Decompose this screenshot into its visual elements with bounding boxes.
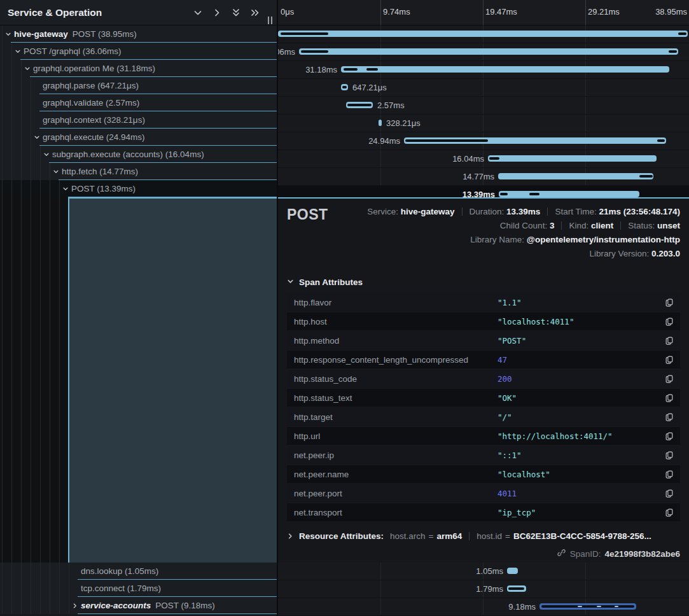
span-tree-row[interactable]: dns.lookup (1.05ms) bbox=[0, 563, 277, 580]
span-bar[interactable] bbox=[278, 31, 688, 37]
chevron-down-icon[interactable] bbox=[34, 129, 40, 146]
timeline-row[interactable]: 1.05ms bbox=[278, 563, 689, 580]
copy-icon[interactable] bbox=[658, 355, 680, 364]
chevron-down-icon[interactable] bbox=[193, 8, 203, 18]
copy-icon[interactable] bbox=[658, 374, 680, 383]
copy-icon[interactable] bbox=[658, 393, 680, 402]
overview-value: @opentelemetry/instrumentation-http bbox=[527, 235, 680, 244]
span-bar[interactable] bbox=[507, 585, 526, 592]
indent-guide bbox=[21, 111, 22, 129]
sub-span-mark bbox=[500, 193, 508, 195]
timeline-row[interactable]: 16.04ms bbox=[278, 150, 689, 168]
span-label: http.fetch (14.77ms) bbox=[62, 163, 138, 180]
copy-icon[interactable] bbox=[658, 489, 680, 498]
span-tree-row[interactable]: graphql.operation Me (31.18ms) bbox=[0, 60, 277, 77]
span-bar[interactable] bbox=[507, 568, 518, 574]
timeline-row[interactable]: 647.21μs bbox=[278, 79, 689, 97]
span-bar[interactable] bbox=[498, 173, 653, 179]
attribute-key: net.transport bbox=[287, 508, 498, 517]
attribute-row: net.peer.name"localhost" bbox=[287, 465, 680, 483]
chevron-down-icon[interactable] bbox=[5, 25, 11, 43]
double-chevron-down-icon[interactable] bbox=[231, 8, 241, 18]
span-tree-row[interactable]: POST (13.39ms) bbox=[0, 180, 277, 197]
timeline-rows-bottom: 1.05ms1.79ms9.18ms bbox=[278, 563, 689, 616]
indent-guide bbox=[2, 163, 3, 180]
divider bbox=[469, 532, 470, 540]
sub-span-mark bbox=[342, 86, 347, 88]
chevron-down-icon[interactable] bbox=[24, 60, 31, 77]
sub-span-mark bbox=[366, 68, 378, 71]
timeline-row[interactable]: 36.06ms bbox=[278, 43, 689, 61]
span-tree-row[interactable]: subgraph.execute (accounts) (16.04ms) bbox=[0, 146, 277, 163]
chevron-down-icon[interactable] bbox=[43, 146, 50, 163]
sub-span-mark bbox=[541, 605, 634, 608]
duration-label: 9.18ms bbox=[508, 598, 536, 615]
indent-guide bbox=[31, 563, 31, 580]
indent-guide bbox=[31, 129, 31, 146]
indent-guide bbox=[21, 180, 22, 197]
detail-overview: Service: hive-gatewayDuration: 13.39msSt… bbox=[354, 205, 680, 261]
span-bar[interactable] bbox=[379, 120, 382, 126]
chevron-down-icon[interactable] bbox=[62, 180, 69, 197]
span-attributes-header[interactable]: Span Attributes bbox=[287, 277, 680, 287]
span-bar[interactable] bbox=[488, 155, 657, 162]
span-tree-row[interactable]: graphql.context (328.21μs) bbox=[0, 111, 277, 129]
sub-span-mark bbox=[597, 606, 601, 607]
span-tree-row[interactable]: graphql.parse (647.21μs) bbox=[0, 77, 277, 94]
ruler-tick-label: 9.74ms bbox=[383, 0, 410, 24]
span-tree-row[interactable]: hive-gatewayPOST (38.95ms) bbox=[0, 25, 277, 43]
copy-icon[interactable] bbox=[658, 336, 680, 345]
span-tree-row[interactable]: graphql.validate (2.57ms) bbox=[0, 94, 277, 111]
span-attributes-table: http.flavor"1.1"http.host"localhost:4011… bbox=[287, 293, 680, 521]
timeline-row[interactable]: 14.77ms bbox=[278, 168, 689, 186]
span-bar[interactable] bbox=[404, 137, 666, 144]
copy-icon[interactable] bbox=[658, 508, 680, 517]
copy-icon[interactable] bbox=[658, 470, 680, 479]
span-bar[interactable] bbox=[341, 84, 348, 90]
panel-resize-grip[interactable] bbox=[268, 17, 272, 24]
indent-guide bbox=[21, 129, 22, 146]
overview-label: Kind: bbox=[569, 221, 591, 230]
copy-icon[interactable] bbox=[658, 412, 680, 421]
indent-guide bbox=[31, 597, 31, 614]
span-tree-row[interactable]: tcp.connect (1.79ms) bbox=[0, 580, 277, 597]
timeline-row[interactable]: 9.18ms bbox=[278, 598, 689, 616]
indent-guide bbox=[2, 180, 3, 197]
chevron-right-icon[interactable] bbox=[212, 8, 222, 18]
timeline-row[interactable] bbox=[278, 25, 689, 43]
span-tree-row[interactable]: service-accountsPOST (9.18ms) bbox=[0, 597, 277, 614]
span-bar[interactable] bbox=[346, 102, 373, 108]
chevron-down-icon[interactable] bbox=[15, 43, 21, 60]
copy-icon[interactable] bbox=[658, 451, 680, 459]
attribute-row: net.peer.port4011 bbox=[287, 484, 680, 502]
timeline-row[interactable]: 31.18ms bbox=[278, 61, 689, 79]
overview-value: 0.203.0 bbox=[651, 249, 680, 258]
span-bar[interactable] bbox=[341, 66, 669, 73]
span-bar[interactable] bbox=[299, 48, 678, 55]
span-tree-row[interactable]: http.fetch (14.77ms) bbox=[0, 163, 277, 180]
timeline-row[interactable]: 328.21μs bbox=[278, 115, 689, 132]
span-tree-row[interactable]: graphql.execute (24.94ms) bbox=[0, 129, 277, 146]
resource-attributes-row[interactable]: Resource Attributes: host.arch=arm64host… bbox=[278, 531, 689, 541]
indent-guide bbox=[50, 180, 50, 197]
overview-label: Library Version: bbox=[589, 249, 651, 258]
timeline-row[interactable]: 24.94ms bbox=[278, 132, 689, 150]
indent-guide bbox=[21, 60, 22, 77]
span-tree-bottom: dns.lookup (1.05ms)tcp.connect (1.79ms)s… bbox=[0, 563, 277, 614]
span-tree-row[interactable]: POST /graphql (36.06ms) bbox=[0, 43, 277, 60]
copy-icon[interactable] bbox=[658, 317, 680, 326]
span-bar[interactable] bbox=[539, 603, 636, 610]
chevron-right-icon[interactable] bbox=[72, 597, 78, 614]
timeline-row[interactable]: 1.79ms bbox=[278, 580, 689, 598]
timeline-row[interactable]: 2.57ms bbox=[278, 97, 689, 115]
copy-icon[interactable] bbox=[658, 431, 680, 440]
copy-icon[interactable] bbox=[658, 298, 680, 307]
operation-name: http.fetch (14.77ms) bbox=[62, 167, 138, 176]
chevron-down-icon[interactable] bbox=[53, 163, 59, 180]
double-chevron-right-icon[interactable] bbox=[250, 8, 260, 18]
span-bar[interactable] bbox=[499, 191, 639, 197]
link-icon[interactable] bbox=[557, 548, 566, 559]
divider bbox=[620, 221, 621, 230]
indent-guide bbox=[21, 77, 22, 94]
selected-span-highlight bbox=[68, 197, 277, 563]
